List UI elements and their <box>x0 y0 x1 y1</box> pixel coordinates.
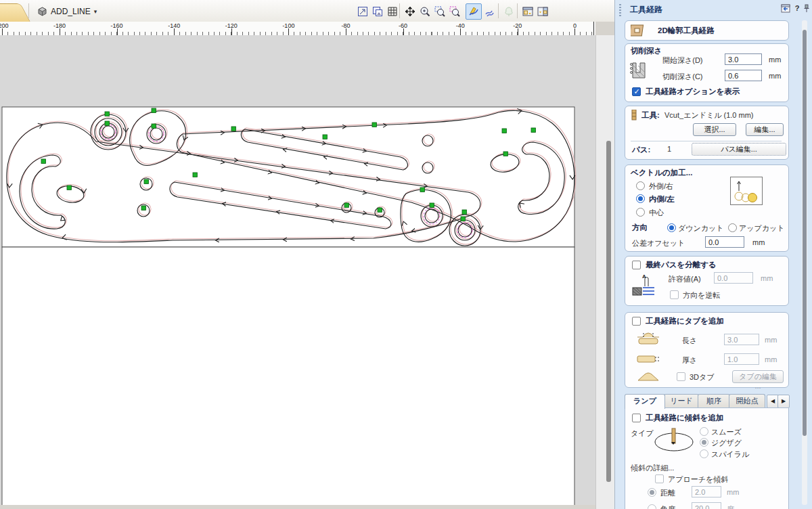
ramp-distance-label: 距離 <box>660 488 675 498</box>
pin-icon[interactable] <box>801 3 812 14</box>
tab-startpoint[interactable]: 開始点 <box>729 394 765 408</box>
pan-icon[interactable] <box>402 3 418 20</box>
add-line-dropdown[interactable]: ADD_LINE ▾ <box>32 4 102 19</box>
dock-panel-icon[interactable] <box>780 3 791 14</box>
tab-lead[interactable]: リード <box>664 394 699 408</box>
allowance-offset-input[interactable] <box>705 236 744 248</box>
outside-radio[interactable] <box>636 181 645 190</box>
upcut-label: アップカット <box>739 223 785 234</box>
ramp-smooth-radio[interactable] <box>700 427 708 436</box>
ramp-type-icon <box>652 427 696 454</box>
layer-folder-tab[interactable] <box>0 3 30 22</box>
canvas-bottom-edge <box>0 505 595 509</box>
ramp-details-label: 傾斜の詳細... <box>631 463 674 473</box>
edit-tabs-button[interactable]: タブの編集 ... <box>732 370 784 383</box>
add-ramps-label: 工具経路に傾斜を追加 <box>646 413 724 423</box>
ramp-distance-radio[interactable] <box>648 488 656 497</box>
ruler-end-line <box>593 22 594 35</box>
tab-length-unit: mm <box>765 336 777 344</box>
allowance-offset-label: 公差オフセット <box>632 238 685 248</box>
tab-ramp[interactable]: ランプ <box>625 394 665 409</box>
zoom-extents-icon[interactable] <box>355 3 371 20</box>
panel-grip[interactable] <box>619 4 621 16</box>
cut-depth-unit: mm <box>769 72 781 80</box>
layout-left-icon[interactable] <box>520 3 536 20</box>
zoom-window-icon[interactable] <box>432 3 448 20</box>
ramp-angle-label: 角度 <box>660 504 675 509</box>
zoom-icon[interactable] <box>417 3 433 20</box>
3d-preview-icon[interactable] <box>501 3 517 20</box>
tool-select-button[interactable]: 選択... <box>693 123 736 136</box>
toolpath-panel: 工具経路 ? 2D輪郭工具経路 切削深さ 開始深さ(D) <box>614 0 812 509</box>
separate-last-pass-checkbox[interactable] <box>632 261 641 269</box>
toolpath-draw-toggle-icon[interactable] <box>466 3 482 20</box>
zoom-selected-icon[interactable] <box>447 3 463 20</box>
ramp-zigzag-radio[interactable] <box>700 438 708 447</box>
ramp-angle-unit: 度 <box>727 504 734 509</box>
3d-tabs-label: 3Dタブ <box>690 372 715 382</box>
tab-scroll-right-icon[interactable]: ▶ <box>777 395 790 408</box>
center-radio[interactable] <box>636 208 645 217</box>
ramp-spiral-radio[interactable] <box>700 449 708 458</box>
drawing-canvas[interactable] <box>0 35 595 509</box>
zoom-drawing-icon[interactable] <box>369 3 386 20</box>
toolbar-separator <box>28 3 29 18</box>
panel-title: 工具経路 <box>630 4 662 16</box>
card-divider <box>631 141 782 141</box>
tab-thickness-unit: mm <box>765 355 777 363</box>
last-pass-card: 最終パスを分離する A 許容値(A) mm 方向を逆転 <box>625 256 789 306</box>
ramp-angle-radio[interactable] <box>648 504 656 509</box>
cut-depth-label: 切削深さ(C) <box>662 72 703 82</box>
show-toolpath-options-checkbox[interactable] <box>632 87 641 96</box>
upcut-radio[interactable] <box>728 223 737 232</box>
canvas-scrollbar-track[interactable] <box>595 35 615 509</box>
horizontal-ruler: -200 -180 -160 -140 -120 -100 -80 -60 -4… <box>0 22 595 36</box>
tolerance-label: 許容値(A) <box>669 274 701 284</box>
layout-right-icon[interactable] <box>535 3 551 20</box>
2d-profile-icon <box>631 23 646 38</box>
chevron-down-icon: ▾ <box>94 8 97 15</box>
material-sheet-2 <box>2 247 574 508</box>
toolpath-scene <box>0 35 595 509</box>
tab-thickness-input[interactable] <box>724 353 759 365</box>
ramp-spiral-label: スパイラル <box>711 449 749 460</box>
toolbar-separator <box>399 3 400 18</box>
tool-name: Vcut_エンドミル (1.0 mm) <box>664 110 753 120</box>
grid-icon[interactable] <box>384 3 401 20</box>
direction-label: 方向 <box>632 223 648 233</box>
passes-value: 1 <box>667 145 671 153</box>
add-tabs-label: 工具経路にタブを追加 <box>646 316 724 326</box>
add-tabs-card: 工具経路にタブを追加 長さ mm 厚さ mm 3Dタブ タブの編集 ... <box>625 312 789 388</box>
edit-passes-button[interactable]: パス編集... <box>692 143 786 156</box>
show-toolpath-options-label: 工具経路オプションを表示 <box>646 87 740 97</box>
tolerance-input[interactable] <box>714 272 753 284</box>
canvas-scrollbar-thumb[interactable] <box>606 141 611 482</box>
reverse-direction-checkbox[interactable] <box>670 290 679 299</box>
toolpath-curves-icon[interactable] <box>482 3 498 20</box>
cut-depth-input[interactable] <box>725 70 762 81</box>
tab-length-input[interactable] <box>724 334 759 345</box>
add-tabs-checkbox[interactable] <box>632 317 641 326</box>
add-ramps-checkbox[interactable] <box>632 414 641 422</box>
downcut-radio[interactable] <box>667 223 676 232</box>
ramp-approach-checkbox[interactable] <box>655 474 664 483</box>
tab-3d-icon <box>637 372 660 382</box>
inside-radio[interactable] <box>636 194 645 203</box>
tab-length-label: 長さ <box>682 336 697 346</box>
ramp-distance-input[interactable] <box>692 486 721 497</box>
ramp-angle-input[interactable] <box>692 502 721 509</box>
tab-order[interactable]: 順序 <box>698 394 730 408</box>
tool-edit-button[interactable]: 編集... <box>746 123 784 136</box>
tab-length-icon <box>636 332 660 347</box>
inside-label: 内側/左 <box>649 194 675 204</box>
cut-depth-card: 切削深さ 開始深さ(D) mm 切削深さ(C) mm 工具経路オプションを表示 <box>625 43 789 102</box>
options-tab-strip: ランプ リード 順序 開始点 ◀ ▶ <box>625 394 788 408</box>
passes-label: パス: <box>632 145 650 155</box>
panel-scrollbar-thumb[interactable] <box>803 30 807 436</box>
start-depth-input[interactable] <box>725 53 762 65</box>
cut-side-preview <box>730 177 763 205</box>
3d-tabs-checkbox[interactable] <box>677 372 685 381</box>
ramp-smooth-label: スムーズ <box>711 427 742 437</box>
tool-label: 工具: <box>641 110 660 120</box>
panel-scrollbar-track[interactable] <box>802 20 807 505</box>
